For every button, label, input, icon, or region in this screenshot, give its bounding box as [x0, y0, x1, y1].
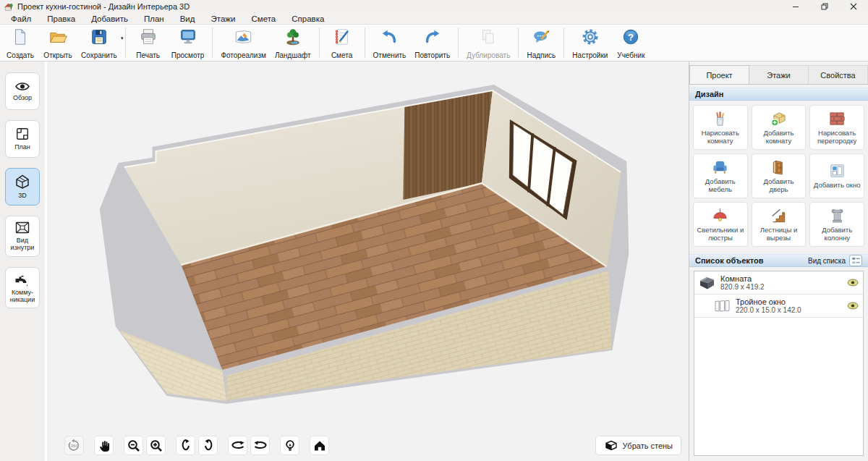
duplicate-pages-icon — [479, 27, 498, 47]
tab-properties[interactable]: Свойства — [809, 65, 868, 84]
menu-edit[interactable]: Правка — [39, 14, 83, 23]
sidebar-item-inside-view[interactable]: Вид изнутри — [5, 216, 40, 257]
menu-floors[interactable]: Этажи — [203, 14, 244, 23]
title-bar: Проект кухни-гостиной - Дизайн Интерьера… — [0, 0, 868, 13]
lighting-button[interactable] — [280, 436, 299, 455]
landscape-button[interactable]: Ландшафт — [271, 25, 315, 60]
restore-icon — [821, 3, 828, 10]
tutorial-button-label: Учебник — [617, 51, 644, 59]
remove-walls-button[interactable]: Убрать стены — [595, 436, 681, 455]
sidebar-item-label: Комму-никации — [7, 289, 38, 304]
tree-icon — [284, 27, 302, 47]
zoom-in-button[interactable] — [146, 436, 166, 455]
stairs-button[interactable]: Лестницы и вырезы — [752, 202, 807, 247]
add-door-button[interactable]: Добавить дверь — [752, 153, 807, 198]
settings-button-label: Настройки — [572, 51, 608, 59]
sidebar-item-communications[interactable]: Комму-никации — [5, 267, 40, 309]
pan-button[interactable] — [94, 436, 114, 455]
sidebar-item-overview[interactable]: Обзор — [5, 72, 40, 110]
tab-floors[interactable]: Этажи — [749, 65, 809, 84]
sidebar-item-3d[interactable]: 3D — [5, 168, 40, 206]
toolbar-separator — [319, 28, 320, 58]
tab-label: Проект — [706, 71, 732, 80]
sidebar-item-plan[interactable]: План — [5, 120, 40, 158]
open-button[interactable]: Открыть — [39, 25, 77, 60]
view-mode-sidebar: Обзор План 3D Вид изнутри Комму-никации — [0, 62, 45, 461]
lights-button[interactable]: Светильники и люстры — [693, 202, 748, 247]
house-3d-icon — [14, 174, 31, 190]
faucet-icon — [14, 272, 31, 287]
object-dimensions: 220.0 x 15.0 x 142.0 — [736, 306, 801, 314]
add-window-button[interactable]: Добавить окно — [809, 153, 864, 198]
sidebar-item-label: Вид изнутри — [7, 237, 38, 252]
visibility-eye-icon[interactable] — [847, 302, 859, 310]
orbit-right-button[interactable] — [250, 436, 270, 455]
add-furniture-button[interactable]: Добавить мебель — [693, 153, 748, 198]
undo-button[interactable]: Отменить — [369, 25, 411, 60]
list-tree-icon — [852, 257, 860, 265]
print-button[interactable]: Печать — [129, 25, 167, 60]
home-view-button[interactable] — [310, 436, 329, 455]
object-row-room[interactable]: Комната 820.9 x 419.2 — [694, 271, 863, 295]
add-room-button[interactable]: Добавить комнату — [752, 105, 807, 150]
zoom-out-button[interactable] — [124, 436, 143, 455]
save-floppy-icon — [90, 27, 109, 47]
view-list-button[interactable] — [849, 255, 862, 266]
undo-arrow-icon — [380, 27, 399, 47]
window-title: Проект кухни-гостиной - Дизайн Интерьера… — [17, 2, 190, 11]
restore-button[interactable] — [810, 0, 839, 13]
orbit-right-icon — [253, 441, 268, 451]
rotate-360-icon: 360 — [67, 439, 81, 452]
window-object-icon — [714, 299, 731, 313]
menu-help[interactable]: Справка — [284, 14, 332, 23]
menu-file[interactable]: Файл — [3, 14, 39, 23]
column-icon — [828, 207, 846, 225]
rotate-right-icon — [202, 439, 215, 452]
duplicate-button-label: Дублировать — [467, 51, 510, 59]
draw-partition-button[interactable]: Нарисовать перегородку — [809, 105, 864, 150]
menu-add[interactable]: Добавить — [83, 14, 136, 23]
new-button[interactable]: Создать — [1, 25, 39, 60]
tutorial-button[interactable]: ? Учебник — [612, 25, 650, 60]
settings-button[interactable]: Настройки — [568, 25, 612, 60]
visibility-eye-icon[interactable] — [847, 279, 859, 287]
tab-project[interactable]: Проект — [689, 65, 749, 84]
menu-estimate[interactable]: Смета — [243, 14, 284, 23]
photorealism-button[interactable]: Фотореализм — [216, 25, 271, 60]
toolbar-separator — [125, 28, 126, 58]
svg-text:360: 360 — [70, 444, 78, 448]
menu-view[interactable]: Вид — [172, 14, 203, 23]
question-mark-icon: ? — [621, 27, 640, 47]
rotate-right-button[interactable] — [198, 436, 218, 455]
light-bulb-icon — [284, 439, 296, 452]
menu-plan[interactable]: План — [136, 14, 172, 23]
object-row-window[interactable]: Тройное окно 220.0 x 15.0 x 142.0 — [694, 295, 863, 318]
save-button[interactable]: Сохранить ▼ — [77, 25, 122, 60]
gear-icon — [581, 27, 600, 47]
undo-button-label: Отменить — [373, 51, 407, 59]
preview-button[interactable]: Просмотр — [167, 25, 209, 60]
minimize-button[interactable] — [781, 0, 810, 13]
minimize-icon — [792, 3, 799, 10]
redo-button[interactable]: Повторить — [410, 25, 454, 60]
add-column-button[interactable]: Добавить колонну — [809, 202, 864, 247]
design-button-label: Светильники и люстры — [695, 227, 746, 242]
estimate-button[interactable]: Смета — [323, 25, 361, 60]
rotate-360-button: 360 — [64, 436, 84, 455]
draw-room-icon — [711, 110, 729, 128]
design-header-label: Дизайн — [695, 90, 723, 98]
duplicate-button: Дублировать — [462, 25, 514, 60]
room-3d-render[interactable] — [47, 62, 689, 461]
draw-room-button[interactable]: Нарисовать комнату — [693, 105, 748, 150]
save-dropdown-arrow[interactable]: ▼ — [120, 36, 124, 41]
label-button[interactable]: Надпись — [522, 25, 560, 60]
door-icon — [770, 158, 788, 177]
3d-viewport[interactable]: 360 — [45, 62, 689, 461]
orbit-left-button[interactable] — [228, 436, 247, 455]
toolbar-separator — [212, 28, 213, 58]
rotate-left-button[interactable] — [176, 436, 195, 455]
design-button-label: Добавить комнату — [754, 130, 804, 145]
zoom-in-icon — [150, 439, 163, 452]
close-button[interactable] — [839, 0, 868, 13]
application-window: Проект кухни-гостиной - Дизайн Интерьера… — [0, 0, 868, 461]
